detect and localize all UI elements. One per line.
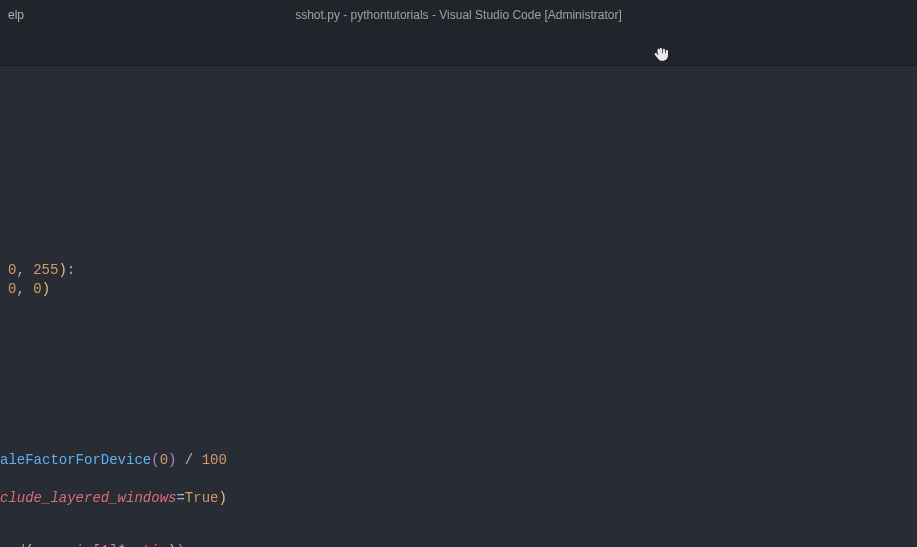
param-token: clude_layered_windows (0, 490, 176, 506)
comma-token: , (16, 281, 33, 297)
colon-token: : (67, 262, 75, 278)
code-editor[interactable]: 0, 255): 0, 0) aleFactorForDevice(0) / 1… (0, 88, 917, 547)
paren-token: ) (42, 281, 50, 297)
comma-token: , (16, 262, 33, 278)
titlebar: elp sshot.py - pythontutorials - Visual … (0, 0, 917, 30)
paren-token: ( (151, 452, 159, 468)
code-line: und(pos_win[1]*ratio)) (0, 542, 185, 547)
paren-token: ) (176, 543, 184, 547)
number-token: 100 (202, 452, 227, 468)
code-line: aleFactorForDevice(0) / 100 (0, 451, 227, 470)
variable-token: ratio (126, 543, 168, 547)
number-token: 1 (101, 543, 109, 547)
paren-token: ) (218, 490, 226, 506)
breadcrumb-bar (0, 66, 917, 88)
code-line: clude_layered_windows=True) (0, 489, 227, 508)
window-title: sshot.py - pythontutorials - Visual Stud… (0, 8, 917, 22)
number-token: 255 (33, 262, 58, 278)
number-token: 0 (160, 452, 168, 468)
operator-token: * (118, 543, 126, 547)
code-line: 0, 255): (8, 261, 75, 280)
function-token: und (0, 543, 25, 547)
menu-help-label: elp (8, 8, 24, 22)
menu-help[interactable]: elp (0, 0, 32, 30)
operator-token: / (176, 452, 201, 468)
paren-token: ) (58, 262, 66, 278)
constant-token: True (185, 490, 219, 506)
editor-tabstrip[interactable] (0, 30, 917, 66)
paren-token: ( (25, 543, 33, 547)
equals-token: = (176, 490, 184, 506)
code-line: 0, 0) (8, 280, 50, 299)
bracket-token: [ (92, 543, 100, 547)
number-token: 0 (33, 281, 41, 297)
bracket-token: ] (109, 543, 117, 547)
variable-token: pos_win (34, 543, 93, 547)
function-token: aleFactorForDevice (0, 452, 151, 468)
